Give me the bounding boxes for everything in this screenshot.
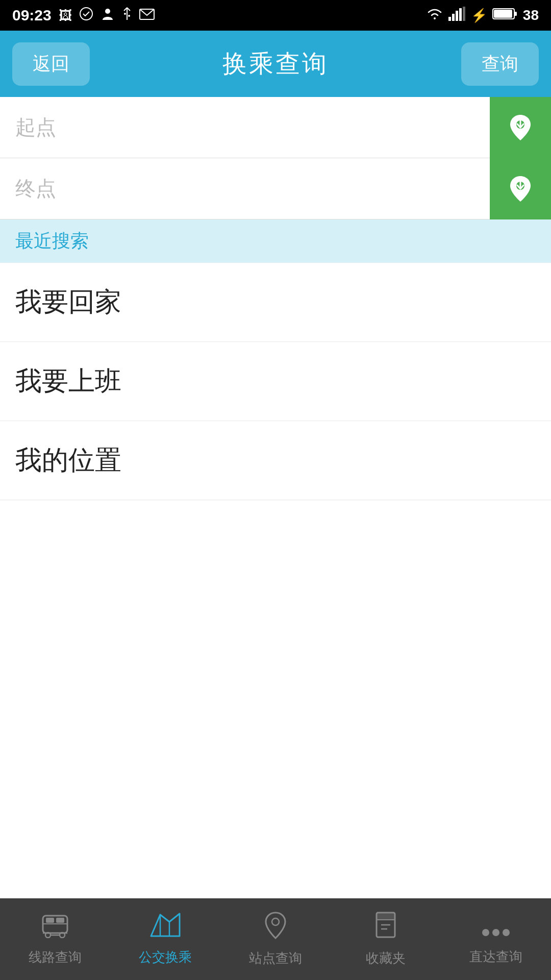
svg-point-30 <box>272 918 279 925</box>
start-location-button[interactable] <box>490 97 551 158</box>
end-location-button[interactable] <box>490 158 551 219</box>
svg-rect-10 <box>456 11 458 21</box>
check-circle-icon <box>79 7 93 24</box>
list-item[interactable]: 我的位置 <box>0 421 551 500</box>
svg-point-1 <box>105 9 110 14</box>
more-icon <box>481 913 511 944</box>
svg-rect-9 <box>452 14 455 21</box>
recent-search-header: 最近搜索 <box>0 219 551 263</box>
wifi-icon <box>426 7 443 24</box>
tab-stop-query[interactable]: 站点查询 <box>220 898 331 980</box>
person-icon <box>101 7 115 24</box>
mail-icon <box>139 7 155 23</box>
header: 返回 换乘查询 查询 <box>0 31 551 97</box>
svg-point-5 <box>124 13 126 15</box>
svg-point-0 <box>80 8 92 20</box>
signal-icon <box>448 7 466 24</box>
tab-route-label: 线路查询 <box>29 948 82 966</box>
stop-location-icon <box>264 912 287 945</box>
tab-route-query[interactable]: 线路查询 <box>0 898 110 980</box>
list-item[interactable]: 我要回家 <box>0 263 551 342</box>
svg-point-6 <box>128 15 130 17</box>
svg-rect-25 <box>46 918 54 923</box>
start-input-row <box>0 97 551 158</box>
svg-rect-12 <box>463 7 465 21</box>
back-button[interactable]: 返回 <box>12 42 90 86</box>
svg-point-37 <box>492 929 499 936</box>
svg-marker-27 <box>151 914 180 936</box>
bus-icon <box>41 913 69 944</box>
status-left: 09:23 🖼 <box>12 7 155 24</box>
svg-rect-11 <box>459 8 462 21</box>
end-input-row <box>0 158 551 219</box>
status-right: ⚡ 38 <box>426 7 539 24</box>
list-item-text: 我要回家 <box>15 287 121 316</box>
recent-list: 我要回家 我要上班 我的位置 <box>0 263 551 500</box>
tab-stop-label: 站点查询 <box>249 949 302 967</box>
svg-rect-15 <box>494 10 512 18</box>
svg-rect-14 <box>514 12 517 16</box>
start-input[interactable] <box>0 97 490 158</box>
svg-rect-32 <box>377 913 395 920</box>
map-icon <box>150 913 181 944</box>
list-item-text: 我的位置 <box>15 445 121 475</box>
tab-bar: 线路查询 公交换乘 站点查询 <box>0 898 551 980</box>
charge-icon: ⚡ <box>471 8 487 23</box>
end-input[interactable] <box>0 158 490 219</box>
image-icon: 🖼 <box>59 8 72 23</box>
svg-point-38 <box>503 929 510 936</box>
bookmark-icon <box>375 912 396 945</box>
usb-icon <box>122 7 132 24</box>
battery-number: 38 <box>523 7 539 23</box>
svg-point-36 <box>482 929 489 936</box>
tab-favorites-label: 收藏夹 <box>366 949 406 967</box>
recent-search-label: 最近搜索 <box>15 230 89 251</box>
status-bar: 09:23 🖼 <box>0 0 551 31</box>
svg-rect-26 <box>56 918 64 923</box>
location-pin-icon <box>505 112 536 143</box>
query-button[interactable]: 查询 <box>461 42 539 86</box>
list-item[interactable]: 我要上班 <box>0 342 551 421</box>
battery-icon <box>492 7 518 24</box>
tab-transit[interactable]: 公交换乘 <box>110 898 220 980</box>
tab-direct-query[interactable]: 直达查询 <box>441 898 551 980</box>
status-time: 09:23 <box>12 7 52 24</box>
tab-favorites[interactable]: 收藏夹 <box>331 898 441 980</box>
location-pin-icon-2 <box>505 174 536 204</box>
tab-direct-label: 直达查询 <box>469 948 522 966</box>
tab-transit-label: 公交换乘 <box>139 948 192 966</box>
page-title: 换乘查询 <box>222 47 329 80</box>
svg-rect-8 <box>448 17 451 21</box>
list-item-text: 我要上班 <box>15 366 121 396</box>
